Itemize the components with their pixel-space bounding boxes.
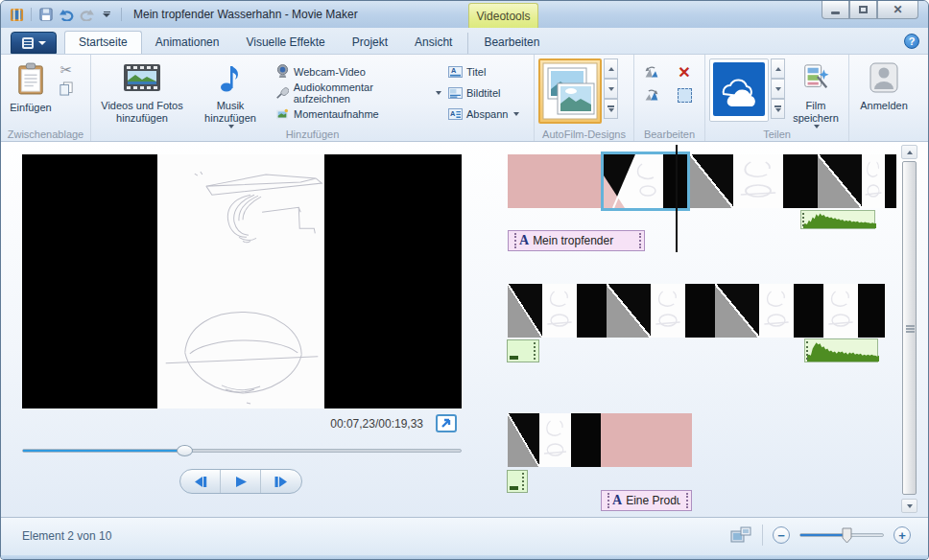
- webcam-video-button[interactable]: Webcam-Video: [272, 62, 444, 81]
- trim-handle[interactable]: [605, 493, 609, 508]
- snapshot-icon: [274, 106, 290, 122]
- tab-ansicht[interactable]: Ansicht: [401, 32, 465, 54]
- share-onedrive-item[interactable]: [709, 58, 769, 122]
- tab-bearbeiten-videotools[interactable]: Bearbeiten: [470, 32, 553, 54]
- gallery-more-button[interactable]: [604, 99, 618, 119]
- text-overlay-clip[interactable]: A Mein tropfender: [508, 230, 645, 251]
- seek-thumb[interactable]: [177, 445, 193, 456]
- storyboard-clip-sketch[interactable]: [539, 413, 571, 467]
- cut-button[interactable]: ✂: [59, 62, 74, 78]
- playhead-indicator[interactable]: [676, 145, 678, 252]
- zoom-out-button[interactable]: −: [773, 526, 790, 544]
- music-clip-start[interactable]: [507, 470, 528, 493]
- storyboard-clip-black[interactable]: [885, 154, 896, 208]
- audio-waveform-clip[interactable]: [804, 338, 878, 362]
- credits-icon: A: [447, 106, 463, 122]
- tab-visuelle-effekte[interactable]: Visuelle Effekte: [232, 32, 338, 54]
- remove-button[interactable]: ✕: [677, 64, 692, 80]
- snapshot-button[interactable]: Momentaufnahme: [272, 105, 444, 123]
- window-controls: ✕: [822, 1, 918, 19]
- ribbon-tab-row: Startseite Animationen Visuelle Effekte …: [1, 28, 928, 55]
- select-all-button[interactable]: [677, 87, 692, 103]
- title-button[interactable]: A Titel: [444, 62, 529, 81]
- storyboard-clip-pink[interactable]: [601, 413, 692, 467]
- trim-handle[interactable]: [683, 493, 688, 508]
- rotate-right-button[interactable]: [644, 87, 659, 103]
- thumbnail-size-button[interactable]: [729, 525, 752, 546]
- play-button[interactable]: [221, 470, 261, 493]
- copy-button[interactable]: [59, 81, 74, 96]
- record-narration-button[interactable]: Audiokommentar aufzeichnen: [272, 83, 444, 102]
- preview-monitor[interactable]: [22, 154, 462, 408]
- storyboard-clip-sketch[interactable]: [823, 284, 858, 338]
- group-anmelden: Anmelden: [849, 55, 924, 141]
- storyboard-clip-diag-gray[interactable]: [508, 284, 542, 338]
- storyboard-clip-sketch[interactable]: [759, 284, 794, 338]
- zoom-slider[interactable]: [799, 533, 884, 537]
- storyboard-clip-black[interactable]: [858, 284, 885, 338]
- storyboard-clip-diag-pink[interactable]: [604, 154, 663, 208]
- undo-button[interactable]: [59, 7, 74, 22]
- close-button[interactable]: ✕: [877, 1, 918, 19]
- zoom-slider-thumb[interactable]: [842, 527, 852, 544]
- videotools-contextual-label: Videotools: [468, 3, 538, 28]
- storyboard-clip-diag-gray[interactable]: [690, 154, 733, 208]
- tab-animationen[interactable]: Animationen: [142, 32, 233, 54]
- storyboard-clip-black[interactable]: [794, 284, 823, 338]
- storyboard-clip-black[interactable]: [577, 284, 607, 338]
- sign-in-button[interactable]: Anmelden: [853, 58, 915, 113]
- zoom-in-button[interactable]: +: [893, 526, 911, 544]
- add-music-button[interactable]: Musik hinzufügen: [189, 58, 272, 129]
- music-clip-start[interactable]: [507, 339, 539, 362]
- storyboard-clip-sketch[interactable]: [651, 284, 685, 338]
- storyboard-clip-diag-gray[interactable]: [508, 413, 539, 467]
- redo-button[interactable]: [79, 7, 94, 22]
- restore-button[interactable]: [849, 1, 877, 19]
- save-movie-icon: [801, 62, 830, 97]
- next-frame-button[interactable]: [261, 470, 301, 493]
- credits-button[interactable]: A Abspann: [444, 105, 529, 123]
- storyboard-clip-pink[interactable]: [508, 154, 601, 208]
- qat-customize-button[interactable]: [99, 7, 114, 22]
- seek-slider[interactable]: [22, 449, 462, 453]
- rotate-left-button[interactable]: [644, 64, 659, 80]
- share-scroll-down-button[interactable]: [771, 79, 785, 99]
- storyboard-clip-diag-gray[interactable]: [715, 284, 759, 338]
- scroll-up-button[interactable]: [901, 145, 917, 159]
- save-button[interactable]: [38, 7, 54, 22]
- person-icon: [869, 62, 898, 97]
- group-bearbeiten: ✕ Bearbeiten: [634, 55, 705, 141]
- autofilm-theme-item[interactable]: [538, 58, 602, 124]
- storyboard-clip-diag-gray[interactable]: [607, 284, 651, 338]
- audio-waveform-clip[interactable]: [800, 210, 875, 229]
- help-button[interactable]: ?: [904, 34, 919, 49]
- trim-handle[interactable]: [512, 233, 516, 248]
- add-videos-photos-button[interactable]: Videos und Fotos hinzufügen: [95, 58, 189, 126]
- share-scroll-up-button[interactable]: [771, 58, 785, 79]
- trim-handle[interactable]: [636, 233, 641, 248]
- tab-projekt[interactable]: Projekt: [339, 32, 401, 54]
- gallery-scroll-up-button[interactable]: [604, 58, 618, 79]
- tab-startseite[interactable]: Startseite: [64, 31, 142, 54]
- storyboard-clip-sketch[interactable]: [733, 154, 783, 208]
- scroll-down-button[interactable]: [901, 499, 917, 513]
- text-overlay-clip[interactable]: A Eine Produ...: [601, 490, 692, 511]
- gallery-scroll-down-button[interactable]: [604, 79, 618, 99]
- minimize-button[interactable]: [822, 1, 849, 19]
- paste-button[interactable]: Einfügen: [5, 58, 57, 115]
- file-menu-button[interactable]: [11, 32, 57, 54]
- fullscreen-button[interactable]: [436, 414, 457, 432]
- caption-button[interactable]: Bildtitel: [444, 83, 529, 102]
- share-more-button[interactable]: [771, 99, 785, 119]
- storyboard-clip-diag-gray[interactable]: [818, 154, 862, 208]
- storyboard-clip-black[interactable]: [571, 413, 601, 467]
- previous-frame-button[interactable]: [180, 470, 221, 493]
- storyboard-clip-black[interactable]: [783, 154, 818, 208]
- storyboard-clip-sketch[interactable]: [542, 284, 577, 338]
- save-movie-button[interactable]: Film speichern: [787, 58, 845, 129]
- scrollbar-thumb[interactable]: [902, 161, 917, 495]
- quick-access-toolbar: [1, 1, 124, 28]
- storyboard-clip-black[interactable]: [685, 284, 715, 338]
- filmstrip-photo-icon: [123, 62, 161, 97]
- storyboard-clip-sketch[interactable]: [862, 154, 885, 208]
